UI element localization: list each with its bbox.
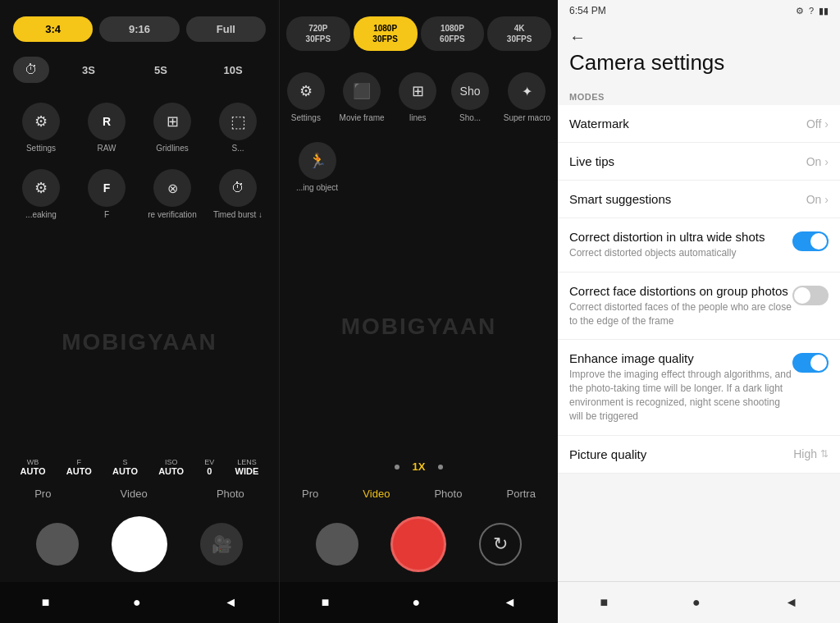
face-distortion-title: Correct face distortions on group photos [569,284,792,298]
smart-suggestions-value: On [806,193,822,206]
tracking-object-label: ...ing object [296,183,338,192]
mode-photo-center[interactable]: Photo [434,488,462,500]
watermark-text: MOBIGYAAN [62,329,217,355]
s-setting[interactable]: S AUTO [112,458,138,476]
nav-back-left[interactable]: ◄ [209,590,252,615]
verification-icon-item[interactable]: ⊗ re verification [141,161,203,224]
lens-setting[interactable]: LENS WIDE [235,458,259,476]
flash-icon-item[interactable]: F F [75,161,138,224]
ev-label: EV [204,458,214,466]
flip-camera-button[interactable]: ↻ [479,523,522,566]
f-setting[interactable]: F AUTO [66,458,92,476]
tracking-object-item[interactable]: 🏃 ...ing object [293,134,341,197]
enhance-quality-toggle[interactable] [792,353,829,373]
settings-icon-status: ⚙ [796,6,804,16]
lens-value: WIDE [235,466,259,476]
video-record-button[interactable] [390,516,446,572]
s-value: AUTO [112,466,138,476]
fps-4k-30[interactable]: 4K30FPS [487,16,551,51]
speaking-icon-item[interactable]: ⚙ ...eaking [10,161,72,224]
timer-10s[interactable]: 10S [200,58,266,82]
live-tips-value: On [806,155,822,168]
live-tips-row-right: On › [806,155,829,168]
movie-frame-item[interactable]: ⬛ Movie frame [336,64,388,127]
settings-icon-item[interactable]: ⚙ Settings [10,94,72,158]
battery-icon: ▮▮ [819,6,829,16]
movie-frame-icon: ⬛ [343,72,381,110]
back-button[interactable]: ← [569,28,586,47]
mode-photo-left[interactable]: Photo [217,488,244,500]
enhance-quality-row-right [792,353,829,373]
face-distortion-row: Correct face distortions on group photos… [558,273,840,341]
ratio-3-4[interactable]: 3:4 [13,16,93,42]
scene-icon: ⬚ [219,103,257,140]
video-settings-item[interactable]: ⚙ Settings [284,64,328,127]
lines-item[interactable]: ⊞ lines [395,64,440,127]
gridlines-label: Gridlines [156,144,188,153]
ratio-9-16[interactable]: 9:16 [99,16,179,42]
wb-value: AUTO [21,466,46,476]
flash-icon: F [88,169,126,207]
nav-square-left[interactable]: ■ [27,590,65,615]
nav-circle-left[interactable]: ● [118,590,156,615]
switch-to-video-left[interactable]: 🎥 [200,523,243,566]
enhance-quality-title: Enhance image quality [569,351,792,365]
ev-setting[interactable]: EV 0 [204,458,214,476]
mode-pro-center[interactable]: Pro [302,488,318,500]
thumbnail-left[interactable] [36,523,79,566]
lines-label: lines [409,113,427,122]
mode-pro-left[interactable]: Pro [34,488,51,500]
f-value: AUTO [66,466,92,476]
watermark-row[interactable]: Watermark Off › [558,105,840,143]
timed-burst-icon-item[interactable]: ⏱ Timed burst ↓ [207,161,269,224]
raw-icon-item[interactable]: R RAW [75,94,138,158]
gridlines-icon-item[interactable]: ⊞ Gridlines [141,94,203,158]
ratio-full[interactable]: Full [186,16,266,42]
nav-back-center[interactable]: ◄ [489,590,532,615]
shutter-inner-left [116,521,162,567]
ev-value: 0 [204,466,214,476]
wb-label: WB [21,458,46,466]
speaking-icon: ⚙ [22,169,60,207]
face-distortion-toggle[interactable] [792,286,829,305]
fps-720p-30[interactable]: 720P30FPS [286,16,350,51]
nav-circle-center[interactable]: ● [398,590,436,615]
mode-video-center[interactable]: Video [363,488,390,500]
live-tips-row[interactable]: Live tips On › [558,143,840,181]
thumbnail-center[interactable] [316,523,358,566]
wb-setting[interactable]: WB AUTO [21,458,46,476]
lens-label: LENS [235,458,259,466]
camera-viewfinder-center: MOBIGYAAN [280,200,558,452]
nav-square-center[interactable]: ■ [307,590,345,615]
settings-nav-circle[interactable]: ● [678,590,715,615]
zoom-1x[interactable]: 1X [413,460,426,473]
fps-1080p-30[interactable]: 1080P30FPS [354,16,418,51]
mode-video-left[interactable]: Video [121,488,148,500]
distortion-toggle[interactable] [792,231,829,251]
raw-label: RAW [98,144,116,153]
status-time: 6:54 PM [569,5,606,16]
picture-quality-value: High [793,447,817,460]
center-nav-bar: ■ ● ◄ [280,582,558,623]
timer-3s[interactable]: 3S [56,58,121,82]
smart-suggestions-row[interactable]: Smart suggestions On › [558,181,840,218]
fps-1080p-60[interactable]: 1080P60FPS [421,16,485,51]
timer-5s[interactable]: 5S [128,58,194,82]
modes-section-label: MODES [558,84,840,105]
camera-center-panel: 720P30FPS 1080P30FPS 1080P60FPS 4K30FPS … [279,0,558,623]
shutter-button-left[interactable] [112,516,167,572]
smart-suggestions-row-right: On › [806,193,829,206]
face-distortion-row-right [792,286,829,305]
scene-icon-item[interactable]: ⬚ S... [207,94,269,158]
settings-nav-square[interactable]: ■ [585,590,623,615]
s-label: S [112,458,138,466]
left-icons-grid: ⚙ Settings R RAW ⊞ Gridlines ⬚ S... ⚙ ..… [0,88,279,231]
settings-nav-back[interactable]: ◄ [770,590,813,615]
timer-clock-icon: ⏱ [13,57,49,83]
iso-setting[interactable]: ISO AUTO [158,458,184,476]
sho-item[interactable]: Sho Sho... [448,64,492,127]
mode-portrait-center[interactable]: Portra [507,488,536,500]
super-macro-item[interactable]: ✦ Super macro [500,64,554,127]
picture-quality-row[interactable]: Picture quality High ⇅ [558,436,840,474]
live-tips-chevron: › [824,155,829,168]
